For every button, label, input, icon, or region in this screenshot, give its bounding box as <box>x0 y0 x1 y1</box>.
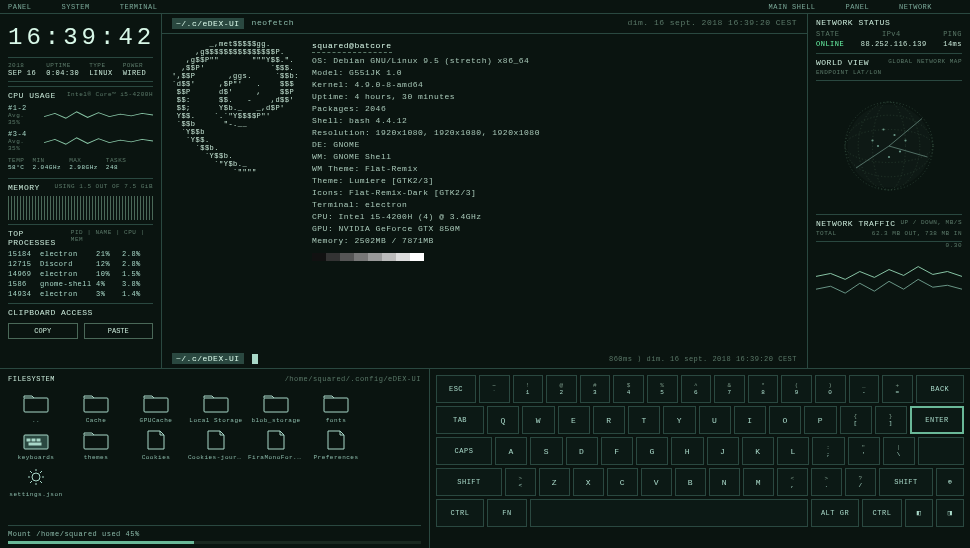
key-g[interactable]: G <box>636 437 668 465</box>
key-shift[interactable]: SHIFT <box>436 468 502 496</box>
key-back[interactable]: BACK <box>916 375 964 403</box>
key-y[interactable]: Y <box>663 406 695 434</box>
key-7[interactable]: &7 <box>714 375 745 403</box>
key-.[interactable]: >. <box>811 468 842 496</box>
key-'[interactable]: "' <box>848 437 880 465</box>
fs-item[interactable]: keyboards <box>8 428 64 461</box>
key-alt gr[interactable]: ALT GR <box>811 499 859 527</box>
process-row: 14969electron10%1.5% <box>8 269 153 279</box>
key-4[interactable]: $4 <box>613 375 644 403</box>
key-b[interactable]: B <box>675 468 706 496</box>
key-,[interactable]: <, <box>777 468 808 496</box>
key-f[interactable]: F <box>601 437 633 465</box>
key-l[interactable]: L <box>777 437 809 465</box>
copy-button[interactable]: COPY <box>8 323 78 339</box>
key-c[interactable]: C <box>607 468 638 496</box>
key-ctrl[interactable]: CTRL <box>436 499 484 527</box>
file-icon <box>260 428 292 452</box>
key-6[interactable]: ^6 <box>681 375 712 403</box>
key-5[interactable]: %5 <box>647 375 678 403</box>
key-j[interactable]: J <box>707 437 739 465</box>
svg-rect-18 <box>144 398 168 412</box>
key-v[interactable]: V <box>641 468 672 496</box>
key-d[interactable]: D <box>566 437 598 465</box>
key-<[interactable]: >< <box>505 468 536 496</box>
key-9[interactable]: (9 <box>781 375 812 403</box>
key-s[interactable]: S <box>530 437 562 465</box>
key-shift[interactable]: SHIFT <box>879 468 933 496</box>
terminal-timestamp: dim. 16 sept. 2018 16:39:20 CEST <box>627 18 797 29</box>
fs-item[interactable]: settings.json <box>8 465 64 498</box>
key-p[interactable]: P <box>804 406 836 434</box>
key-fn[interactable]: FN <box>487 499 527 527</box>
fs-item[interactable]: Cache <box>68 391 124 424</box>
key-3[interactable]: #3 <box>580 375 611 403</box>
key-caps[interactable]: CAPS <box>436 437 492 465</box>
svg-rect-17 <box>84 398 108 412</box>
key-[[interactable]: {[ <box>840 406 872 434</box>
fs-item[interactable]: themes <box>68 428 124 461</box>
fs-item[interactable]: Preferences <box>308 428 364 461</box>
key-enter[interactable]: ENTER <box>910 406 964 434</box>
key-◨[interactable]: ◨ <box>936 499 964 527</box>
key-8[interactable]: *8 <box>748 375 779 403</box>
key-u[interactable]: U <box>699 406 731 434</box>
key-2[interactable]: @2 <box>546 375 577 403</box>
key-tab[interactable]: TAB <box>436 406 484 434</box>
key-r[interactable]: R <box>593 406 625 434</box>
key-h[interactable]: H <box>671 437 703 465</box>
fs-item[interactable]: Cookies-jour... <box>188 428 244 461</box>
fs-item[interactable]: FiraMonoFor... <box>248 428 304 461</box>
fs-item[interactable]: Cookies <box>128 428 184 461</box>
key-i[interactable]: I <box>734 406 766 434</box>
svg-point-12 <box>904 139 906 141</box>
key-m[interactable]: M <box>743 468 774 496</box>
terminal-header: ~/.c/eDEX-UI neofetch dim. 16 sept. 2018… <box>162 14 807 34</box>
terminal-prompt[interactable]: ~/.c/eDEX-UI 860ms ⟩ dim. 16 sept. 2018 … <box>162 349 807 368</box>
key-o[interactable]: O <box>769 406 801 434</box>
svg-point-7 <box>893 133 895 135</box>
panel-label-2: PANEL <box>846 3 870 11</box>
panel-label: PANEL <box>8 3 32 11</box>
key-x[interactable]: X <box>573 468 604 496</box>
cpu-core: #3-4Avg. 35% <box>8 128 153 154</box>
key-=[interactable]: += <box>882 375 913 403</box>
date-row: 2018SEP 16 UPTIME0:04:30 TYPELINUX POWER… <box>8 58 153 82</box>
fs-item[interactable]: GPUCache <box>128 391 184 424</box>
system-info: squared@batcore OS: Debian GNU/Linux 9.5… <box>302 40 540 343</box>
key-n[interactable]: N <box>709 468 740 496</box>
fs-item[interactable]: blob_storage <box>248 391 304 424</box>
key-][interactable]: }] <box>875 406 907 434</box>
key-`[interactable]: ~` <box>479 375 510 403</box>
gear-icon <box>20 465 52 489</box>
key-q[interactable]: Q <box>487 406 519 434</box>
key-◧[interactable]: ◧ <box>905 499 933 527</box>
key-space[interactable] <box>918 437 964 465</box>
key-ctrl[interactable]: CTRL <box>862 499 902 527</box>
key-space[interactable] <box>530 499 808 527</box>
key--[interactable]: _- <box>849 375 880 403</box>
key-k[interactable]: K <box>742 437 774 465</box>
globe <box>816 80 962 210</box>
key-1[interactable]: !1 <box>513 375 544 403</box>
key-;[interactable]: :; <box>812 437 844 465</box>
key-a[interactable]: A <box>495 437 527 465</box>
fs-item[interactable]: Local Storage <box>188 391 244 424</box>
process-table: 15184electron21%2.8%12715Discord12%2.8%1… <box>8 249 153 299</box>
svg-rect-23 <box>27 439 30 441</box>
key-e[interactable]: E <box>558 406 590 434</box>
key-esc[interactable]: ESC <box>436 375 476 403</box>
paste-button[interactable]: PASTE <box>84 323 154 339</box>
key-t[interactable]: T <box>628 406 660 434</box>
terminal[interactable]: ~/.c/eDEX-UI neofetch dim. 16 sept. 2018… <box>162 14 808 368</box>
terminal-path: ~/.c/eDEX-UI <box>172 18 244 29</box>
fs-item[interactable]: fonts <box>308 391 364 424</box>
key-w[interactable]: W <box>522 406 554 434</box>
key-0[interactable]: )0 <box>815 375 846 403</box>
key-z[interactable]: Z <box>539 468 570 496</box>
fs-item[interactable]: .. <box>8 391 64 424</box>
svg-point-10 <box>888 155 890 157</box>
key-⊕[interactable]: ⊕ <box>936 468 964 496</box>
key-\[interactable]: |\ <box>883 437 915 465</box>
key-/[interactable]: ?/ <box>845 468 876 496</box>
